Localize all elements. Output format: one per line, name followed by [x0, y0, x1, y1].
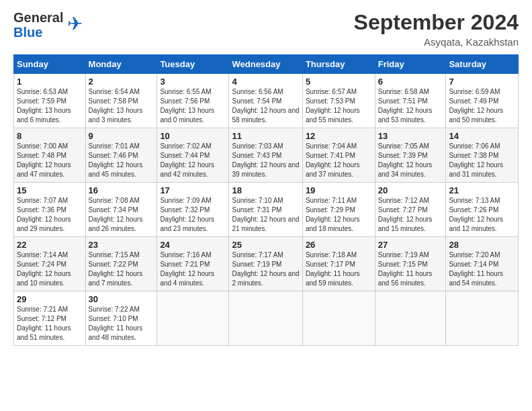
calendar-table: Sunday Monday Tuesday Wednesday Thursday…: [13, 54, 519, 346]
table-row: 3Sunrise: 6:55 AMSunset: 7:56 PMDaylight…: [157, 74, 229, 128]
day-detail: Sunrise: 6:59 AMSunset: 7:49 PMDaylight:…: [449, 87, 515, 125]
table-row: 27Sunrise: 7:19 AMSunset: 7:15 PMDayligh…: [375, 237, 446, 291]
day-detail: Sunrise: 7:03 AMSunset: 7:43 PMDaylight:…: [232, 142, 299, 179]
table-row: 16Sunrise: 7:08 AMSunset: 7:34 PMDayligh…: [85, 183, 157, 237]
day-detail: Sunrise: 7:15 AMSunset: 7:22 PMDaylight:…: [89, 250, 154, 288]
table-row: 26Sunrise: 7:18 AMSunset: 7:17 PMDayligh…: [302, 237, 375, 291]
table-row: 23Sunrise: 7:15 AMSunset: 7:22 PMDayligh…: [85, 237, 157, 291]
day-number: 1: [17, 77, 83, 87]
table-row: 4Sunrise: 6:56 AMSunset: 7:54 PMDaylight…: [229, 74, 302, 128]
day-number: 18: [232, 185, 299, 195]
day-detail: Sunrise: 7:02 AMSunset: 7:44 PMDaylight:…: [160, 142, 226, 179]
table-row: [446, 291, 519, 346]
table-row: 19Sunrise: 7:11 AMSunset: 7:29 PMDayligh…: [302, 183, 375, 237]
day-detail: Sunrise: 6:54 AMSunset: 7:58 PMDaylight:…: [89, 87, 154, 125]
day-detail: Sunrise: 7:22 AMSunset: 7:10 PMDaylight:…: [89, 305, 154, 342]
logo: General Blue ✈: [13, 10, 83, 40]
table-row: 6Sunrise: 6:58 AMSunset: 7:51 PMDaylight…: [375, 74, 446, 128]
logo-bird-icon: ✈: [67, 13, 83, 35]
day-number: 25: [232, 240, 299, 250]
header-thursday: Thursday: [302, 55, 375, 74]
day-number: 15: [17, 185, 83, 195]
table-row: 15Sunrise: 7:07 AMSunset: 7:36 PMDayligh…: [14, 183, 86, 237]
table-row: 9Sunrise: 7:01 AMSunset: 7:46 PMDaylight…: [85, 128, 157, 183]
day-detail: Sunrise: 7:09 AMSunset: 7:32 PMDaylight:…: [160, 196, 226, 234]
table-row: [229, 291, 302, 346]
table-row: 2Sunrise: 6:54 AMSunset: 7:58 PMDaylight…: [85, 74, 157, 128]
day-detail: Sunrise: 7:04 AMSunset: 7:41 PMDaylight:…: [306, 142, 372, 179]
header-saturday: Saturday: [446, 55, 519, 74]
day-detail: Sunrise: 7:18 AMSunset: 7:17 PMDaylight:…: [306, 250, 372, 288]
header-tuesday: Tuesday: [157, 55, 229, 74]
day-detail: Sunrise: 7:17 AMSunset: 7:19 PMDaylight:…: [232, 250, 299, 288]
header-wednesday: Wednesday: [229, 55, 302, 74]
day-number: 29: [17, 294, 83, 304]
table-row: 13Sunrise: 7:05 AMSunset: 7:39 PMDayligh…: [375, 128, 446, 183]
day-number: 4: [232, 77, 299, 87]
logo-general: General: [13, 10, 63, 25]
day-number: 8: [17, 131, 83, 141]
table-row: 29Sunrise: 7:21 AMSunset: 7:12 PMDayligh…: [14, 291, 86, 346]
table-row: 24Sunrise: 7:16 AMSunset: 7:21 PMDayligh…: [157, 237, 229, 291]
day-detail: Sunrise: 7:12 AMSunset: 7:27 PMDaylight:…: [378, 196, 443, 234]
day-number: 20: [378, 185, 443, 195]
day-detail: Sunrise: 7:16 AMSunset: 7:21 PMDaylight:…: [160, 250, 226, 288]
day-number: 13: [378, 131, 443, 141]
table-row: 30Sunrise: 7:22 AMSunset: 7:10 PMDayligh…: [85, 291, 157, 346]
table-row: [157, 291, 229, 346]
calendar-row-4: 22Sunrise: 7:14 AMSunset: 7:24 PMDayligh…: [14, 237, 519, 291]
day-detail: Sunrise: 7:20 AMSunset: 7:14 PMDaylight:…: [449, 250, 515, 288]
logo-blue: Blue: [13, 25, 42, 40]
day-number: 12: [306, 131, 372, 141]
table-row: 12Sunrise: 7:04 AMSunset: 7:41 PMDayligh…: [302, 128, 375, 183]
day-number: 23: [89, 240, 154, 250]
day-number: 6: [378, 77, 443, 87]
table-row: [375, 291, 446, 346]
day-number: 21: [449, 185, 515, 195]
day-detail: Sunrise: 7:00 AMSunset: 7:48 PMDaylight:…: [17, 142, 83, 179]
table-row: 14Sunrise: 7:06 AMSunset: 7:38 PMDayligh…: [446, 128, 519, 183]
calendar-row-5: 29Sunrise: 7:21 AMSunset: 7:12 PMDayligh…: [14, 291, 519, 346]
table-row: 8Sunrise: 7:00 AMSunset: 7:48 PMDaylight…: [14, 128, 86, 183]
day-detail: Sunrise: 6:56 AMSunset: 7:54 PMDaylight:…: [232, 87, 299, 125]
day-number: 9: [89, 131, 154, 141]
day-number: 17: [160, 185, 226, 195]
table-row: [302, 291, 375, 346]
day-detail: Sunrise: 6:58 AMSunset: 7:51 PMDaylight:…: [378, 87, 443, 125]
table-row: 17Sunrise: 7:09 AMSunset: 7:32 PMDayligh…: [157, 183, 229, 237]
day-detail: Sunrise: 7:21 AMSunset: 7:12 PMDaylight:…: [17, 305, 83, 342]
day-number: 22: [17, 240, 83, 250]
day-detail: Sunrise: 6:55 AMSunset: 7:56 PMDaylight:…: [160, 87, 226, 125]
table-row: 28Sunrise: 7:20 AMSunset: 7:14 PMDayligh…: [446, 237, 519, 291]
calendar-row-3: 15Sunrise: 7:07 AMSunset: 7:36 PMDayligh…: [14, 183, 519, 237]
day-detail: Sunrise: 6:53 AMSunset: 7:59 PMDaylight:…: [17, 87, 83, 125]
day-detail: Sunrise: 7:07 AMSunset: 7:36 PMDaylight:…: [17, 196, 83, 234]
title-section: September 2024 Asyqata, Kazakhstan: [354, 10, 519, 48]
header-sunday: Sunday: [14, 55, 86, 74]
table-row: 22Sunrise: 7:14 AMSunset: 7:24 PMDayligh…: [14, 237, 86, 291]
day-detail: Sunrise: 7:10 AMSunset: 7:31 PMDaylight:…: [232, 196, 299, 234]
header-friday: Friday: [375, 55, 446, 74]
day-number: 3: [160, 77, 226, 87]
day-number: 26: [306, 240, 372, 250]
header: General Blue ✈ September 2024 Asyqata, K…: [13, 10, 519, 48]
table-row: 18Sunrise: 7:10 AMSunset: 7:31 PMDayligh…: [229, 183, 302, 237]
day-number: 24: [160, 240, 226, 250]
table-row: 21Sunrise: 7:13 AMSunset: 7:26 PMDayligh…: [446, 183, 519, 237]
day-number: 30: [89, 294, 154, 304]
day-number: 10: [160, 131, 226, 141]
day-detail: Sunrise: 7:06 AMSunset: 7:38 PMDaylight:…: [449, 142, 515, 179]
month-title: September 2024: [354, 10, 519, 35]
day-detail: Sunrise: 6:57 AMSunset: 7:53 PMDaylight:…: [306, 87, 372, 125]
day-detail: Sunrise: 7:19 AMSunset: 7:15 PMDaylight:…: [378, 250, 443, 288]
day-detail: Sunrise: 7:08 AMSunset: 7:34 PMDaylight:…: [89, 196, 154, 234]
calendar-row-1: 1Sunrise: 6:53 AMSunset: 7:59 PMDaylight…: [14, 74, 519, 128]
day-number: 28: [449, 240, 515, 250]
table-row: 10Sunrise: 7:02 AMSunset: 7:44 PMDayligh…: [157, 128, 229, 183]
day-detail: Sunrise: 7:14 AMSunset: 7:24 PMDaylight:…: [17, 250, 83, 288]
day-number: 16: [89, 185, 154, 195]
day-detail: Sunrise: 7:13 AMSunset: 7:26 PMDaylight:…: [449, 196, 515, 234]
table-row: 11Sunrise: 7:03 AMSunset: 7:43 PMDayligh…: [229, 128, 302, 183]
table-row: 1Sunrise: 6:53 AMSunset: 7:59 PMDaylight…: [14, 74, 86, 128]
table-row: 25Sunrise: 7:17 AMSunset: 7:19 PMDayligh…: [229, 237, 302, 291]
